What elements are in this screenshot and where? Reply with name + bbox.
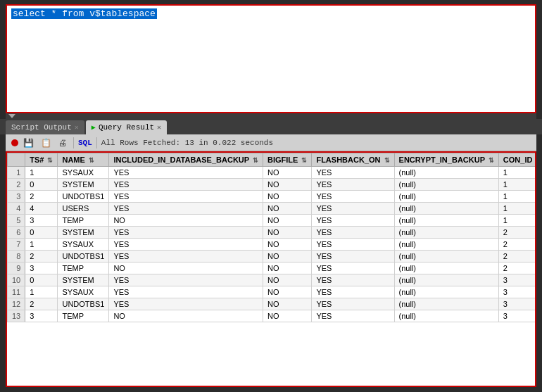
cell-name: SYSAUX	[58, 286, 109, 298]
save-button[interactable]: 💾	[21, 137, 36, 148]
cell-ts_num: 0	[25, 179, 58, 191]
table-row: 133TEMPNONOYES(null)3	[8, 310, 537, 322]
col-header-bigfile[interactable]: BIGFILE ⇅	[263, 153, 311, 167]
editor-content: select * from v$tablespace	[7, 6, 535, 112]
col-header-included[interactable]: INCLUDED_IN_DATABASE_BACKUP ⇅	[109, 153, 263, 167]
cell-con_id: 2	[498, 239, 536, 251]
table-row: 100SYSTEMYESNOYES(null)3	[8, 274, 537, 286]
cell-bigfile: NO	[263, 203, 311, 215]
cell-ts_num: 1	[25, 286, 58, 298]
col-header-name[interactable]: NAME ⇅	[58, 153, 109, 167]
tab-script-output-close[interactable]: ✕	[75, 123, 79, 132]
cell-included_in_db_backup: YES	[109, 191, 263, 203]
cell-row_num: 2	[8, 179, 25, 191]
col-header-ts-num[interactable]: TS# ⇅	[25, 153, 58, 167]
col-header-conid[interactable]: CON_ID ⇅	[498, 153, 536, 167]
tab-query-result-close[interactable]: ✕	[157, 123, 161, 132]
col-header-encrypt[interactable]: ENCRYPT_IN_BACKUP ⇅	[394, 153, 498, 167]
cell-encrypt_in_backup: (null)	[394, 263, 498, 274]
cell-ts_num: 1	[25, 167, 58, 179]
cell-bigfile: NO	[263, 310, 311, 322]
tab-script-output[interactable]: Script Output ✕	[6, 120, 84, 134]
cell-included_in_db_backup: YES	[109, 203, 263, 215]
tab-query-result[interactable]: ▶ Query Result ✕	[86, 120, 167, 134]
splitter-handle[interactable]	[8, 114, 15, 118]
cell-name: SYSTEM	[58, 179, 109, 191]
cell-con_id: 2	[498, 227, 536, 239]
table-row: 122UNDOTBS1YESNOYES(null)3	[8, 298, 537, 310]
table-body: 11SYSAUXYESNOYES(null)120SYSTEMYESNOYES(…	[8, 167, 537, 322]
cell-ts_num: 3	[25, 263, 58, 274]
table-row: 44USERSYESNOYES(null)1	[8, 203, 537, 215]
cell-bigfile: NO	[263, 286, 311, 298]
cell-flashback_on: YES	[312, 263, 394, 274]
cell-flashback_on: YES	[312, 274, 394, 286]
cell-con_id: 3	[498, 310, 536, 322]
play-icon: ▶	[92, 123, 96, 132]
cell-ts_num: 1	[25, 239, 58, 251]
cell-encrypt_in_backup: (null)	[394, 215, 498, 227]
table-row: 60SYSTEMYESNOYES(null)2	[8, 227, 537, 239]
cell-name: SYSAUX	[58, 239, 109, 251]
print-button[interactable]: 🖨	[56, 137, 69, 148]
cell-included_in_db_backup: YES	[109, 286, 263, 298]
col-header-rownum	[8, 153, 25, 167]
cell-con_id: 2	[498, 263, 536, 274]
cell-encrypt_in_backup: (null)	[394, 274, 498, 286]
cell-bigfile: NO	[263, 239, 311, 251]
cell-flashback_on: YES	[312, 310, 394, 322]
cell-row_num: 13	[8, 310, 25, 322]
cell-bigfile: NO	[263, 215, 311, 227]
table-row: 53TEMPNONOYES(null)1	[8, 215, 537, 227]
table-row: 93TEMPNONOYES(null)2	[8, 263, 537, 274]
cell-flashback_on: YES	[312, 298, 394, 310]
cell-included_in_db_backup: YES	[109, 227, 263, 239]
cell-included_in_db_backup: YES	[109, 251, 263, 263]
cell-ts_num: 2	[25, 251, 58, 263]
cell-name: SYSTEM	[58, 227, 109, 239]
cell-con_id: 1	[498, 203, 536, 215]
cell-name: TEMP	[58, 215, 109, 227]
cell-encrypt_in_backup: (null)	[394, 239, 498, 251]
results-table-container[interactable]: TS# ⇅ NAME ⇅ INCLUDED_IN_DATABASE_BACKUP…	[6, 151, 536, 387]
cell-con_id: 3	[498, 274, 536, 286]
cell-row_num: 4	[8, 203, 25, 215]
cell-flashback_on: YES	[312, 191, 394, 203]
col-header-flashback[interactable]: FLASHBACK_ON ⇅	[312, 153, 394, 167]
cell-con_id: 1	[498, 215, 536, 227]
cell-con_id: 1	[498, 179, 536, 191]
cell-row_num: 7	[8, 239, 25, 251]
table-row: 71SYSAUXYESNOYES(null)2	[8, 239, 537, 251]
cell-row_num: 9	[8, 263, 25, 274]
cell-included_in_db_backup: YES	[109, 167, 263, 179]
results-table: TS# ⇅ NAME ⇅ INCLUDED_IN_DATABASE_BACKUP…	[7, 153, 536, 322]
cell-flashback_on: YES	[312, 251, 394, 263]
cell-name: TEMP	[58, 263, 109, 274]
cell-flashback_on: YES	[312, 167, 394, 179]
cell-bigfile: NO	[263, 167, 311, 179]
cell-encrypt_in_backup: (null)	[394, 298, 498, 310]
cell-bigfile: NO	[263, 191, 311, 203]
cell-encrypt_in_backup: (null)	[394, 167, 498, 179]
sql-query-text: select * from v$tablespace	[11, 8, 157, 19]
cell-bigfile: NO	[263, 179, 311, 191]
cell-included_in_db_backup: NO	[109, 263, 263, 274]
table-row: 32UNDOTBS1YESNOYES(null)1	[8, 191, 537, 203]
cell-encrypt_in_backup: (null)	[394, 227, 498, 239]
export-button[interactable]: 📋	[39, 137, 53, 148]
cell-bigfile: NO	[263, 298, 311, 310]
cell-included_in_db_backup: NO	[109, 310, 263, 322]
sql-editor[interactable]: select * from v$tablespace	[6, 4, 536, 113]
cell-bigfile: NO	[263, 274, 311, 286]
cell-encrypt_in_backup: (null)	[394, 286, 498, 298]
cell-name: SYSTEM	[58, 274, 109, 286]
toolbar-separator	[73, 137, 74, 148]
cell-row_num: 8	[8, 251, 25, 263]
cell-name: UNDOTBS1	[58, 298, 109, 310]
cell-ts_num: 0	[25, 274, 58, 286]
cell-row_num: 6	[8, 227, 25, 239]
tabs-bar: Script Output ✕ ▶ Query Result ✕	[0, 119, 542, 134]
cell-row_num: 10	[8, 274, 25, 286]
cell-ts_num: 4	[25, 203, 58, 215]
splitter[interactable]	[6, 113, 536, 119]
